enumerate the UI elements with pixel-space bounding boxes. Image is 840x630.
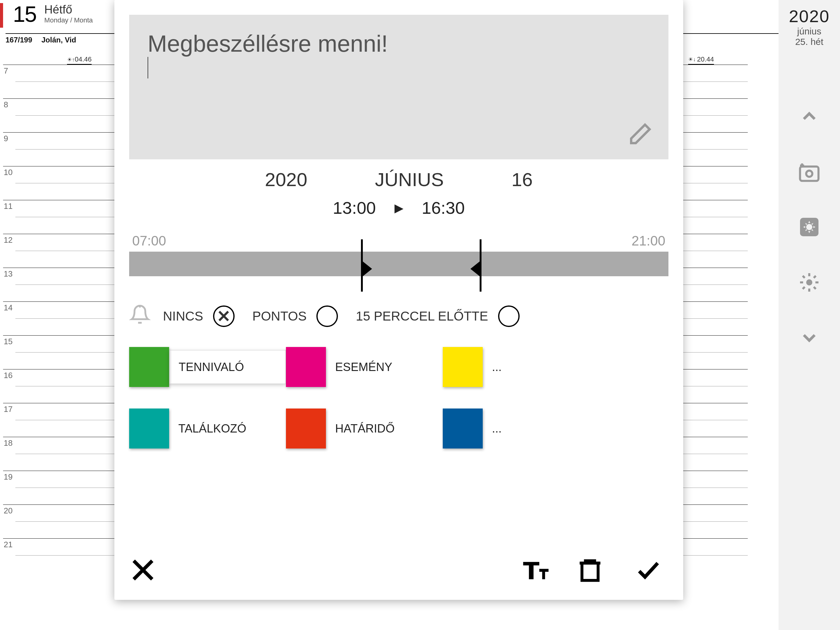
date-day[interactable]: 16 bbox=[511, 169, 532, 190]
category-label[interactable]: ... bbox=[483, 347, 600, 387]
settings-icon[interactable] bbox=[796, 213, 823, 241]
svg-point-2 bbox=[806, 171, 812, 177]
alarm-exact-label: PONTOS bbox=[253, 309, 307, 324]
sunrise-time: ☀↑04.46 bbox=[67, 55, 92, 65]
slider-track[interactable] bbox=[129, 252, 668, 276]
svg-point-5 bbox=[807, 280, 811, 284]
category-color-swatch[interactable] bbox=[443, 347, 483, 387]
category-color-swatch[interactable] bbox=[443, 408, 483, 448]
day-count: 167/199 bbox=[6, 36, 32, 44]
category-color-swatch[interactable] bbox=[129, 347, 169, 387]
confirm-button[interactable] bbox=[632, 556, 665, 585]
slider-handle-end[interactable] bbox=[480, 239, 482, 291]
day-name: Hétfő bbox=[44, 3, 93, 16]
category-label[interactable]: ESEMÉNY bbox=[326, 347, 443, 387]
alarm-none-label: NINCS bbox=[163, 309, 203, 324]
category-label[interactable]: HATÁRIDŐ bbox=[326, 408, 443, 448]
date-year[interactable]: 2020 bbox=[265, 169, 308, 190]
category-color-swatch[interactable] bbox=[129, 408, 169, 448]
date-picker-row[interactable]: 2020 JÚNIUS 16 bbox=[129, 169, 668, 190]
right-rail: 2020 június 25. hét bbox=[778, 0, 840, 630]
bell-icon bbox=[129, 304, 151, 329]
hour-label: 7 bbox=[4, 66, 8, 76]
hour-label: 18 bbox=[4, 438, 13, 448]
category-label[interactable]: ... bbox=[483, 408, 600, 448]
hour-label: 9 bbox=[4, 134, 8, 143]
category-color-swatch[interactable] bbox=[286, 408, 326, 448]
calendar-page: 15 Hétfő Monday / Monta 167/199 Jolán, V… bbox=[0, 0, 778, 630]
cancel-button[interactable] bbox=[129, 556, 157, 585]
sunset-time: ☀↓20.44 bbox=[688, 55, 714, 65]
hour-label: 16 bbox=[4, 371, 13, 380]
hour-label: 15 bbox=[4, 337, 13, 347]
note-input-area[interactable]: Megbeszéllésre menni! bbox=[129, 15, 668, 159]
alarm-before-label: 15 PERCCEL ELŐTTE bbox=[356, 309, 488, 324]
modal-action-bar bbox=[129, 544, 668, 585]
alarm-none-radio[interactable]: ✕ bbox=[213, 306, 235, 327]
slider-max-label: 21:00 bbox=[632, 233, 665, 249]
alarm-exact-radio[interactable] bbox=[316, 306, 338, 327]
hour-label: 14 bbox=[4, 303, 13, 313]
hour-label: 12 bbox=[4, 235, 13, 245]
category-label[interactable]: TENNIVALÓ bbox=[169, 350, 286, 384]
category-color-swatch[interactable] bbox=[286, 347, 326, 387]
cursor bbox=[148, 57, 148, 78]
category-grid: TENNIVALÓESEMÉNY...TALÁLKOZÓHATÁRIDŐ... bbox=[129, 347, 668, 448]
chevron-down-icon[interactable] bbox=[796, 324, 823, 351]
delete-button[interactable] bbox=[576, 556, 604, 585]
alarm-before-radio[interactable] bbox=[498, 306, 519, 327]
hour-label: 11 bbox=[4, 201, 13, 211]
slider-handle-start[interactable] bbox=[361, 239, 363, 291]
text-size-button[interactable] bbox=[521, 556, 548, 585]
event-editor-modal: Megbeszéllésre menni! 2020 JÚNIUS 16 13:… bbox=[114, 0, 683, 600]
rail-month: június bbox=[797, 26, 821, 36]
chevron-up-icon[interactable] bbox=[796, 103, 823, 130]
svg-rect-1 bbox=[800, 166, 818, 181]
day-number: 15 bbox=[13, 3, 36, 25]
time-range-row: 13:00 ▶ 16:30 bbox=[129, 198, 668, 218]
alarm-options: NINCS ✕ PONTOS 15 PERCCEL ELŐTTE bbox=[129, 304, 668, 329]
time-slider[interactable]: 07:00 21:00 bbox=[129, 227, 668, 288]
note-text[interactable]: Megbeszéllésre menni! bbox=[148, 30, 650, 57]
rail-week: 25. hét bbox=[795, 36, 823, 47]
rail-year: 2020 bbox=[789, 6, 830, 26]
hour-label: 21 bbox=[4, 540, 13, 549]
hour-label: 17 bbox=[4, 405, 13, 414]
category-label[interactable]: TALÁLKOZÓ bbox=[169, 408, 286, 448]
edit-pencil-icon[interactable] bbox=[625, 121, 653, 150]
names-of-day: Jolán, Vid bbox=[41, 36, 76, 44]
hour-label: 8 bbox=[4, 100, 8, 109]
brightness-icon[interactable] bbox=[796, 269, 823, 296]
hour-label: 19 bbox=[4, 472, 13, 482]
hour-label: 13 bbox=[4, 269, 13, 279]
svg-rect-0 bbox=[582, 563, 598, 581]
svg-point-4 bbox=[806, 224, 812, 230]
end-time[interactable]: 16:30 bbox=[422, 198, 465, 218]
add-photo-icon[interactable] bbox=[796, 158, 823, 185]
hour-label: 10 bbox=[4, 168, 13, 177]
time-arrow-icon: ▶ bbox=[395, 201, 403, 215]
slider-min-label: 07:00 bbox=[132, 233, 166, 249]
day-subname: Monday / Monta bbox=[44, 16, 93, 24]
start-time[interactable]: 13:00 bbox=[333, 198, 376, 218]
hour-label: 20 bbox=[4, 506, 13, 516]
day-header: 15 Hétfő Monday / Monta bbox=[0, 3, 93, 28]
date-month[interactable]: JÚNIUS bbox=[375, 169, 444, 190]
day-accent bbox=[0, 3, 3, 28]
